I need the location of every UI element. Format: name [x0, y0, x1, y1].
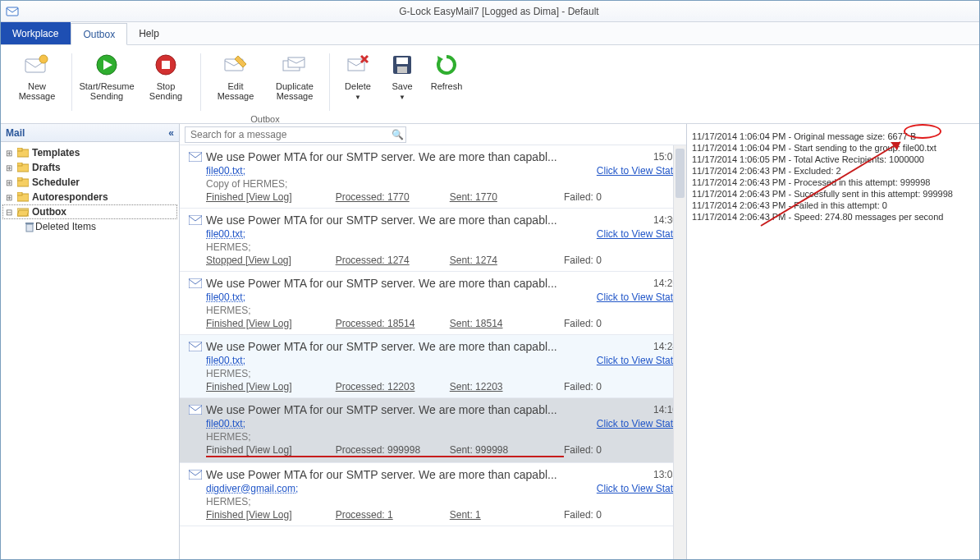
message-item[interactable]: We use Power MTA for our SMTP server. We… [180, 145, 686, 209]
ribbon-separator [329, 53, 330, 111]
scroll-thumb[interactable] [675, 149, 685, 198]
svg-rect-31 [189, 278, 202, 288]
message-status[interactable]: Finished [View Log] [206, 381, 336, 392]
message-group: HERMES; [188, 305, 678, 316]
message-group: Copy of HERMES; [188, 178, 678, 190]
new-message-button[interactable]: NewMessage [7, 50, 66, 114]
svg-rect-28 [25, 223, 34, 224]
message-list[interactable]: We use Power MTA for our SMTP server. We… [180, 145, 686, 559]
search-input[interactable] [185, 126, 406, 143]
svg-rect-34 [189, 470, 202, 480]
message-sent[interactable]: Sent: 12203 [450, 381, 564, 392]
message-sent[interactable]: Sent: 1 [450, 509, 564, 521]
view-stats-link[interactable]: Click to View Stats [597, 291, 678, 303]
search-bar: 🔍 [180, 124, 686, 145]
start-resume-label: Start/ResumeSending [79, 81, 134, 101]
ribbon-group-outbox: EditMessage DuplicateMessage Outbox [206, 50, 324, 126]
sidebar-collapse-icon[interactable]: « [168, 127, 174, 139]
tree-autoresponders[interactable]: ⊞Autoresponders [2, 190, 177, 204]
envelope-icon [188, 405, 203, 415]
folder-icon [16, 162, 30, 173]
svg-rect-22 [17, 177, 22, 181]
view-stats-link[interactable]: Click to View Stats [597, 165, 678, 177]
svg-rect-18 [17, 148, 22, 151]
view-stats-link[interactable]: Click to View Stats [597, 418, 678, 429]
ribbon-separator [200, 53, 201, 111]
sidebar: Mail « ⊞Templates ⊞Drafts ⊞Scheduler ⊞Au… [1, 124, 180, 559]
menu-workplace[interactable]: Workplace [1, 22, 71, 44]
message-status[interactable]: Stopped [View Log] [206, 255, 336, 266]
message-processed[interactable]: Processed: 1770 [336, 191, 450, 203]
message-item[interactable]: We use Power MTA for our SMTP server. We… [180, 209, 686, 272]
tree-scheduler[interactable]: ⊞Scheduler [2, 175, 177, 190]
message-failed: Failed: 0 [564, 509, 678, 521]
message-group: HERMES; [188, 431, 678, 443]
message-attachment[interactable]: file00.txt; [206, 228, 245, 240]
log-panel: 11/17/2014 1:06:04 PM - Original message… [687, 124, 979, 559]
tree-outbox[interactable]: ⊟Outbox [2, 204, 177, 219]
edit-message-button[interactable]: EditMessage [206, 50, 265, 114]
annotation-arrow [736, 135, 917, 291]
svg-point-2 [39, 55, 48, 63]
tree-drafts[interactable]: ⊞Drafts [2, 160, 177, 175]
start-resume-button[interactable]: Start/ResumeSending [77, 50, 136, 114]
message-list-panel: 🔍 We use Power MTA for our SMTP server. … [180, 124, 687, 559]
tree-templates[interactable]: ⊞Templates [2, 145, 177, 160]
message-processed[interactable]: Processed: 1 [336, 509, 450, 521]
scrollbar[interactable]: ▴ [673, 145, 686, 559]
message-subject: We use Power MTA for our SMTP server. We… [206, 340, 647, 353]
view-stats-link[interactable]: Click to View Stats [597, 228, 678, 240]
svg-rect-24 [17, 192, 22, 195]
message-item[interactable]: We use Power MTA for our SMTP server. We… [180, 272, 686, 335]
message-attachment[interactable]: file00.txt; [206, 418, 245, 429]
stop-sending-label: StopSending [149, 81, 182, 101]
message-processed[interactable]: Processed: 18514 [336, 318, 450, 329]
message-item[interactable]: We use Power MTA for our SMTP server. We… [180, 335, 686, 398]
tree-deleted-items[interactable]: Deleted Items [2, 219, 177, 234]
message-item[interactable]: We use Power MTA for our SMTP server. We… [180, 398, 686, 463]
view-stats-link[interactable]: Click to View Stats [597, 483, 678, 494]
refresh-button[interactable]: Refresh [424, 50, 469, 114]
message-item[interactable]: We use Power MTA for our SMTP server. We… [180, 463, 686, 526]
view-stats-link[interactable]: Click to View Stats [597, 355, 678, 366]
message-processed[interactable]: Processed: 12203 [336, 381, 450, 392]
folder-icon [16, 177, 30, 188]
menu-outbox[interactable]: Outbox [71, 23, 127, 45]
refresh-icon [433, 52, 460, 78]
message-processed[interactable]: Processed: 999998 [336, 444, 450, 457]
message-status[interactable]: Finished [View Log] [206, 191, 336, 203]
message-sent[interactable]: Sent: 18514 [450, 318, 564, 329]
delete-button[interactable]: Delete▼ [335, 50, 381, 114]
message-sent[interactable]: Sent: 999998 [450, 444, 564, 457]
window-title: G-Lock EasyMail7 [Logged as Dima] - Defa… [24, 6, 974, 17]
envelope-icon [188, 215, 203, 225]
envelope-icon [188, 342, 203, 351]
message-status[interactable]: Finished [View Log] [206, 509, 336, 521]
message-processed[interactable]: Processed: 1274 [336, 255, 450, 266]
svg-rect-32 [189, 342, 202, 351]
title-bar: G-Lock EasyMail7 [Logged as Dima] - Defa… [1, 1, 979, 22]
message-sent[interactable]: Sent: 1770 [450, 191, 564, 203]
new-message-icon [24, 52, 50, 78]
stop-sending-button[interactable]: StopSending [136, 50, 195, 114]
message-failed: Failed: 0 [564, 318, 678, 329]
duplicate-message-button[interactable]: DuplicateMessage [265, 50, 324, 114]
message-status[interactable]: Finished [View Log] [206, 318, 336, 329]
svg-rect-33 [189, 405, 202, 415]
message-attachment[interactable]: file00.txt; [206, 291, 245, 303]
save-button[interactable]: Save▼ [381, 50, 424, 114]
new-message-label: NewMessage [19, 81, 56, 101]
main: 🔍 We use Power MTA for our SMTP server. … [180, 124, 979, 559]
message-attachment[interactable]: file00.txt; [206, 355, 245, 366]
message-failed: Failed: 0 [564, 444, 678, 457]
folder-tree: ⊞Templates ⊞Drafts ⊞Scheduler ⊞Autorespo… [1, 142, 179, 237]
message-status[interactable]: Finished [View Log] [206, 444, 336, 457]
message-sent[interactable]: Sent: 1274 [450, 255, 564, 266]
menu-help[interactable]: Help [127, 22, 172, 44]
message-attachment[interactable]: digdiver@gmail.com; [206, 483, 298, 494]
message-subject: We use Power MTA for our SMTP server. We… [206, 277, 647, 290]
save-icon [389, 52, 415, 78]
trash-icon [24, 221, 35, 232]
message-subject: We use Power MTA for our SMTP server. We… [206, 403, 647, 416]
message-attachment[interactable]: file00.txt; [206, 165, 245, 177]
